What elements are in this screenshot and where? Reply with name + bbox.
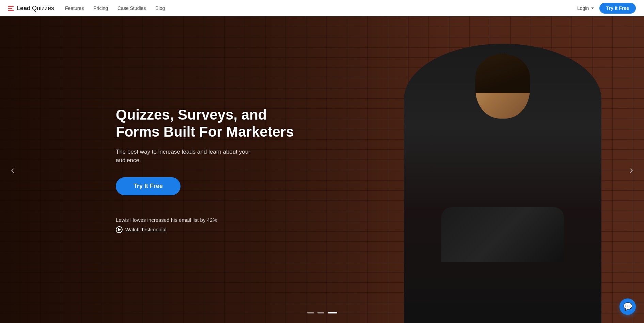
logo-bar-1 <box>8 6 14 7</box>
logo-bar-3 <box>8 10 14 11</box>
prev-arrow-button[interactable]: ‹ <box>8 161 17 179</box>
person-body <box>404 44 601 323</box>
hero-title: Quizzes, Surveys, and Forms Built For Ma… <box>116 106 294 141</box>
carousel-dot-2[interactable] <box>317 312 324 313</box>
logo-lead-text: Lead <box>16 5 31 12</box>
navbar-nav: Features Pricing Case Studies Blog <box>65 5 577 11</box>
chevron-down-icon <box>591 7 594 9</box>
testimonial-stat: Lewis Howes increased his email list by … <box>116 217 294 223</box>
play-icon <box>116 226 123 233</box>
carousel-dot-1[interactable] <box>307 312 314 313</box>
chat-bubble-button[interactable]: 💬 <box>619 298 636 315</box>
nav-features[interactable]: Features <box>65 5 84 11</box>
hero-subtitle: The best way to increase leads and learn… <box>116 148 252 165</box>
nav-case-studies[interactable]: Case Studies <box>117 5 146 11</box>
watch-testimonial-link[interactable]: Watch Testimonial <box>116 226 294 233</box>
carousel-dot-3[interactable] <box>328 312 337 313</box>
chat-icon: 💬 <box>623 302 632 311</box>
try-free-nav-button[interactable]: Try It Free <box>599 3 636 14</box>
play-triangle-icon <box>118 228 121 231</box>
nav-blog[interactable]: Blog <box>155 5 165 11</box>
hero-section: Quizzes, Surveys, and Forms Built For Ma… <box>0 16 644 323</box>
logo-quizzes-text: Quizzes <box>32 5 54 12</box>
login-button[interactable]: Login <box>577 5 594 11</box>
try-free-hero-button[interactable]: Try It Free <box>116 177 180 195</box>
carousel-dots <box>307 312 337 313</box>
nav-pricing[interactable]: Pricing <box>93 5 108 11</box>
logo[interactable]: LeadQuizzes <box>8 5 54 12</box>
logo-bars-icon <box>8 6 14 11</box>
person-head <box>475 54 530 119</box>
hero-person <box>394 30 612 323</box>
logo-bar-2 <box>8 8 12 9</box>
hero-content: Quizzes, Surveys, and Forms Built For Ma… <box>116 106 294 233</box>
navbar-right: Login Try It Free <box>577 3 636 14</box>
person-hair <box>475 54 530 93</box>
navbar: LeadQuizzes Features Pricing Case Studie… <box>0 0 644 16</box>
person-arms <box>441 207 564 262</box>
next-arrow-button[interactable]: › <box>627 161 636 179</box>
testimonial-section: Lewis Howes increased his email list by … <box>116 217 294 233</box>
